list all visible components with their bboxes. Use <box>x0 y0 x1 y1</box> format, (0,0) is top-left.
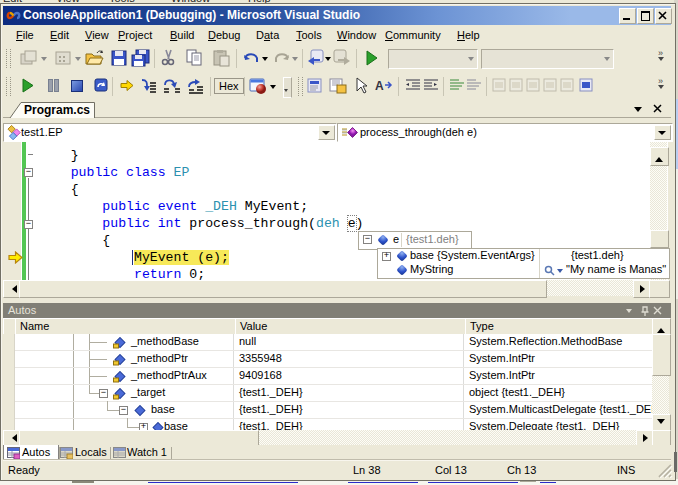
svg-text:A: A <box>375 79 384 93</box>
